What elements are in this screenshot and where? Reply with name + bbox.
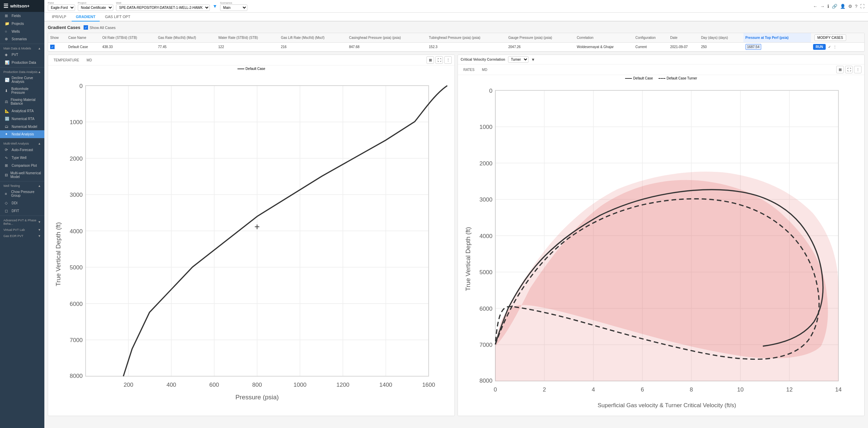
section-advanced-pvt-label: Advanced PVT & Phase Beha... [3,219,38,225]
help-icon[interactable]: ? [855,4,857,9]
right-chart-expand-icon[interactable]: ⛶ [845,66,853,73]
sidebar-item-scenarios[interactable]: ⊕ Scenarios [0,35,44,43]
sidebar-item-numerical-rta[interactable]: 🔢 Numerical RTA [0,115,44,123]
sidebar-item-wells[interactable]: ○ Wells [0,28,44,35]
section-virtual-pvt-label: Virtual PVT Lab [3,228,25,232]
settings-icon[interactable]: ⚙ [848,4,852,9]
well-filter-icon[interactable]: ▼ [213,3,217,9]
col-pressure-top-perf: Pressure at Top Perf (psia) [743,33,811,43]
modify-cases-button[interactable]: MODIFY CASES [814,34,846,41]
right-chart-body: True Vertical Depth (ft) [458,82,864,416]
left-chart-grid-icon[interactable]: ⊞ [426,56,434,64]
section-advanced-pvt[interactable]: Advanced PVT & Phase Beha... ▼ [0,217,44,226]
project-selector: Project Nodal Certificate [78,1,113,11]
sidebar-item-projects[interactable]: 📁 Projects [0,20,44,28]
sidebar-item-comparison-plot[interactable]: ⊞ Comparison Plot [0,162,44,169]
svg-text:800: 800 [252,382,262,388]
sidebar-item-type-well[interactable]: ∿ Type Well [0,154,44,162]
expand-icon[interactable]: ⛶ [860,4,865,9]
row-show-checkbox[interactable]: ✓ [50,45,55,49]
sidebar-item-auto-forecast[interactable]: ⟳ Auto-Forecast [0,146,44,154]
svg-text:3000: 3000 [479,196,492,203]
legend-right-turner: Default Case Turner [659,76,697,80]
svg-text:3000: 3000 [70,192,83,198]
sidebar-item-dfit[interactable]: ◻ DFIT [0,207,44,215]
section-multi-well[interactable]: Multi-Well Analysis ▲ [0,140,44,146]
check-icon[interactable]: ✓ [828,45,831,49]
show-all-label[interactable]: ✓ Show All Cases [84,25,115,30]
correlation-expand-icon[interactable]: ▼ [531,57,535,62]
crosshair-icon: + [255,221,260,232]
sidebar-item-production-data[interactable]: 📊 Production Data [0,59,44,67]
section-main-data-label: Main Data & Models [3,47,31,50]
back-icon[interactable]: ← [813,4,818,9]
show-all-checkbox[interactable]: ✓ [84,25,88,30]
legend-solid-line [625,78,632,79]
sidebar-item-pvt[interactable]: ◈ PVT [0,51,44,59]
sidebar-label-auto-forecast: Auto-Forecast [12,148,33,152]
section-collapse-icon: ▲ [38,47,41,50]
sidebar-item-multi-well-numerical[interactable]: ⊟ Multi-well Numerical Model [0,169,44,180]
left-chart-toolbar-right: ⊞ ⛶ ⋮ [426,56,452,64]
info-icon[interactable]: ℹ [827,4,829,9]
col-configuration: Configuration [633,33,668,43]
sidebar-item-ddi[interactable]: ◇ DDI [0,199,44,207]
field-select[interactable]: Eagle-Ford [48,4,75,11]
more-options-icon[interactable]: ⋮ [833,45,837,49]
svg-text:8000: 8000 [70,373,83,379]
run-button[interactable]: RUN [813,44,826,50]
section-gas-eor[interactable]: Gas EOR PVT ▼ [0,232,44,238]
left-tab-md[interactable]: MD [84,57,95,63]
sidebar-label-analytical-rta: Analytical RTA [12,109,34,113]
right-tab-md[interactable]: MD [479,67,490,73]
section-production-analysis-label: Production Data Analysis [3,70,38,74]
svg-text:8: 8 [690,386,693,393]
user-icon[interactable]: 👤 [840,4,845,9]
cell-actions: RUN ✓ ⋮ [811,43,864,51]
table-row: ✓ Default Case 438.33 77.45 122 [48,43,864,51]
sidebar-item-chow-pressure[interactable]: ≡ Chow Pressure Group [0,188,44,199]
sidebar-item-nodal-analysis[interactable]: ✦ Nodal Analysis [0,130,44,138]
section-production-analysis[interactable]: Production Data Analysis ▲ [0,68,44,74]
right-chart-grid-icon[interactable]: ⊞ [836,66,844,73]
well-select[interactable]: SPE-DATA-REPOSITORY-DATASET-1-WELL-2-HAW… [116,4,210,11]
sidebar-item-flowing-material[interactable]: ⚖ Flowing Material Balance [0,96,44,107]
sidebar-label-type-well: Type Well [12,156,27,160]
left-tab-temperature[interactable]: TEMPERATURE [51,57,82,63]
correlation-label: Critical Velocity Correlation [461,58,505,61]
link-icon[interactable]: 🔗 [832,4,837,9]
cell-casinghead: 847.68 [347,43,427,51]
tab-ipr-vlp[interactable]: IPR/VLP [48,13,70,21]
right-chart-more-icon[interactable]: ⋮ [854,66,862,73]
right-chart-legend: Default Case Default Case Turner [458,75,864,82]
svg-text:14: 14 [835,386,842,393]
svg-text:Pressure (psia): Pressure (psia) [235,394,279,401]
legend-right-default-label: Default Case [633,76,653,80]
scenarios-select[interactable]: Main [220,4,247,11]
sidebar-item-decline-curve[interactable]: 📉 Decline Curve Analysis [0,74,44,85]
section-main-data[interactable]: Main Data & Models ▲ [0,45,44,51]
sidebar-item-fields[interactable]: ⊞ Fields [0,12,44,20]
sidebar-item-analytical-rta[interactable]: 📐 Analytical RTA [0,107,44,115]
right-tab-rates[interactable]: RATES [461,67,477,73]
hamburger-icon[interactable]: ☰ [3,3,8,9]
sidebar-item-numerical-model[interactable]: 🗂 Numerical Model [0,123,44,130]
sidebar-label-multi-well-numerical: Multi-well Numerical Model [10,171,41,179]
section-well-testing[interactable]: Well Testing ▲ [0,182,44,188]
cell-water-rate: 122 [216,43,279,51]
svg-text:8000: 8000 [479,378,492,384]
tab-gas-lift-opt[interactable]: GAS LIFT OPT [101,13,134,21]
correlation-select[interactable]: Turner [508,56,529,63]
section-gas-eor-label: Gas EOR PVT [3,234,24,238]
svg-text:12: 12 [786,386,793,393]
left-chart-more-icon[interactable]: ⋮ [444,56,452,64]
col-actions: MODIFY CASES [811,33,864,43]
bottomhole-icon: ⬇ [5,89,9,93]
sidebar-item-bottomhole[interactable]: ⬇ Bottomhole Pressure [0,85,44,96]
left-chart-expand-icon[interactable]: ⛶ [435,56,443,64]
svg-text:2000: 2000 [479,160,492,167]
project-select[interactable]: Nodal Certificate [78,4,113,11]
forward-icon[interactable]: → [820,4,825,9]
section-virtual-pvt[interactable]: Virtual PVT Lab ▼ [0,226,44,232]
tab-gradient[interactable]: GRADIENT [72,13,99,21]
